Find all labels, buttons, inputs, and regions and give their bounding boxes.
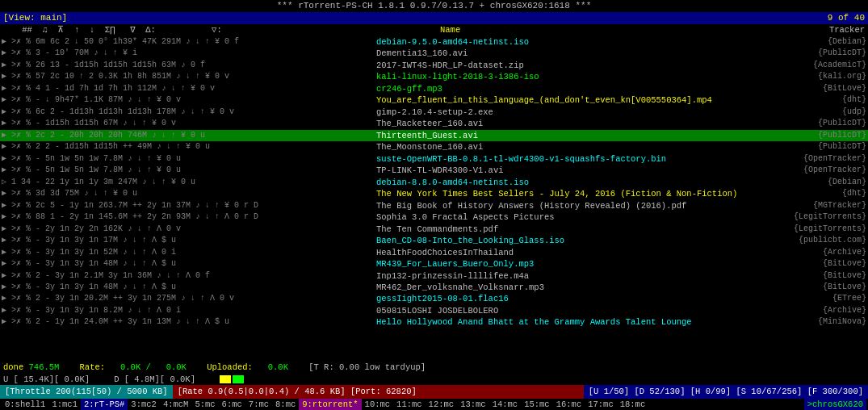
tab-mc10[interactable]: 10:mc — [362, 399, 394, 410]
row-tracker: {ETree} — [771, 293, 868, 304]
column-header: ## ♫ ⊼ ↑ ↓ Σ∏ ∇ Δ: ▽: Name Tracker — [0, 24, 868, 36]
row-name: kali-linux-light-2018-3-i386-iso — [373, 71, 771, 82]
row-tracker: {BitLove} — [771, 258, 868, 270]
table-row[interactable]: ▶ >✗ % - 1d15h 1d15h 67M ♪ ↓ ↑ ¥ 0 v The… — [0, 118, 868, 129]
row-flags: ▶ >✗ % 2c 5 - 1y 1n 263.7M ++ 2y 1n 37M … — [0, 200, 373, 211]
tab-mc12[interactable]: 12:mc — [426, 399, 458, 410]
table-row[interactable]: ▶ >✗ % 4 1 - 1d 7h 1d 7h 1h 112M ♪ ↓ ↑ ¥… — [0, 83, 868, 94]
table-row[interactable]: ▶ >✗ % - 5n 1w 5n 1w 7.8M ♪ ↓ ↑ ¥ 0 u TP… — [0, 165, 868, 176]
row-tracker: {dht} — [771, 188, 868, 199]
row-name: MR439_For_Lauers_Buero_Only.mp3 — [373, 258, 771, 270]
bar-green — [233, 375, 244, 383]
table-row[interactable]: ▶ >✗ % 2 - 3y 1n 2.1M 3y 1n 36M ♪ ↓ ↑ Λ … — [0, 270, 868, 282]
row-tracker: {MiniNova} — [771, 316, 868, 328]
table-row[interactable]: ▶ >✗ % 2 - 3y 1n 20.2M ++ 3y 1n 275M ♪ ↓… — [0, 293, 868, 304]
uploaded-label: Uploaded: — [207, 362, 253, 372]
upload-stats: [U 1/50] [D 52/130] [H 0/99] [S 10/67/25… — [584, 385, 868, 398]
row-tracker: {PublicDT} — [771, 141, 868, 153]
table-row[interactable]: ▶ >✗ % 26 13 - 1d15h 1d15h 1d15h 63M ♪ 0… — [0, 60, 868, 71]
tab-mc8[interactable]: 8:mc — [272, 399, 299, 410]
table-row[interactable]: ▶ >✗ % 88 1 - 2y 1n 145.6M ++ 2y 2n 93M … — [0, 211, 868, 223]
table-row[interactable]: ▶ >✗ % - 3y 1n 3y 1n 48M ♪ ↓ ↑ Λ $ u MR4… — [0, 282, 868, 293]
done-info: done 746.5M Rate: 0.0K / 0.0K Uploaded: … — [3, 362, 426, 373]
tab-mc7[interactable]: 7:mc — [245, 399, 272, 410]
row-name: debian-8.8.0-amd64-netinst.iso — [373, 177, 771, 188]
table-row[interactable]: ▶ >✗ % 2c 5 - 1y 1n 263.7M ++ 2y 1n 37M … — [0, 200, 868, 211]
table-row[interactable]: ▶ >✗ % - 3y 1n 3y 1n 52M ♪ ↓ ↑ Λ 0 i Hea… — [0, 247, 868, 258]
table-row[interactable]: ▶ >✗ % 3 - 10' 70M ♪ ↓ ↑ ¥ i Dementia13_… — [0, 48, 868, 59]
row-tracker: {Debian} — [771, 36, 868, 48]
table-row[interactable]: ▶ >✗ % - 3y 1n 3y 1n 48M ♪ ↓ ↑ Λ $ u MR4… — [0, 258, 868, 270]
row-flags: ▶ >✗ % 26 13 - 1d15h 1d15h 1d15h 63M ♪ 0… — [0, 60, 373, 71]
table-row[interactable]: ▶ >✗ % 57 2c 10 ↑ 2 0.3K 1h 8h 851M ♪ ↓ … — [0, 71, 868, 82]
row-name: Dementia13_160.avi — [373, 48, 771, 59]
tab-mc17[interactable]: 17:mc — [585, 399, 617, 410]
row-flags: ▶ >✗ % 4 1 - 1d 7h 1d 7h 1h 112M ♪ ↓ ↑ ¥… — [0, 83, 373, 94]
row-flags: ▶ >✗ % - 1d15h 1d15h 67M ♪ ↓ ↑ ¥ 0 v — [0, 118, 373, 129]
row-tracker: {udp} — [771, 107, 868, 118]
tab-shell1[interactable]: 0:shell1 — [2, 399, 48, 410]
tab-mcM[interactable]: 4:mcM — [160, 399, 192, 410]
table-row[interactable]: ▶ >✗ % 3d 3d 75M ♪ ↓ ↑ ¥ 0 u The New Yor… — [0, 188, 868, 199]
tab-mc13[interactable]: 13:mc — [457, 399, 489, 410]
row-name: The Ten Commandments.pdf — [373, 224, 771, 235]
row-tracker: {BitLove} — [771, 83, 868, 94]
row-name: TP-LINK-TL-WDR4300-V1.avi — [373, 165, 771, 176]
tab-rtorrent[interactable]: 9:rtorrent* — [299, 399, 361, 410]
view-label: [View: main] — [3, 12, 67, 24]
tab-rt-ps[interactable]: 2:rT-PS# — [81, 399, 128, 410]
row-flags: ▶ >✗ % 57 2c 10 ↑ 2 0.3K 1h 8h 851M ♪ ↓ … — [0, 71, 373, 82]
tab-mc15[interactable]: 15:mc — [521, 399, 553, 410]
row-flags: ▶ >✗ % 3d 3d 75M ♪ ↓ ↑ ¥ 0 u — [0, 188, 373, 199]
table-row[interactable]: ▶ >✗ % 6m 6c 2 ↓ 50 0° 1h39* 47K 291M ♪ … — [0, 36, 868, 48]
row-flags: ▶ >✗ % - 3y 1n 3y 1n 52M ♪ ↓ ↑ Λ 0 i — [0, 247, 373, 258]
row-name: gimp-2.10.4-setup-2.exe — [373, 107, 771, 118]
table-row[interactable]: ▶ >✗ % - 5n 1w 5n 1w 7.8M ♪ ↓ ↑ ¥ 0 u su… — [0, 153, 868, 165]
row-flags: ▶ >✗ % 2 - 3y 1n 20.2M ++ 3y 1n 275M ♪ ↓… — [0, 293, 373, 304]
u-label: U [ 15.4K][ 0.0K] — [3, 374, 90, 385]
table-row[interactable]: ▶ >✗ % - ↓ 9h47* 1.1K 87M ♪ ↓ ↑ ¥ 0 v Yo… — [0, 94, 868, 106]
row-flags: ▶ >✗ % 88 1 - 2y 1n 145.6M ++ 2y 2n 93M … — [0, 211, 373, 223]
status-row: done 746.5M Rate: 0.0K / 0.0K Uploaded: … — [0, 362, 868, 373]
table-row[interactable]: ▶ >✗ % - 3y 1n 3y 1n 17M ♪ ↓ ↑ Λ $ u Bae… — [0, 235, 868, 246]
row-tracker: {Archive} — [771, 247, 868, 258]
row-name: gessIight2015-08-01.flac16 — [373, 293, 771, 304]
row-flags: ▷ 1 34 - 22 1y 1n 1y 3m 247M ♪ ↓ ↑ ¥ 0 u — [0, 177, 373, 188]
tab-chros[interactable]: >chrosGX620 — [804, 399, 866, 410]
row-flags: ▶ >✗ % - 5n 1w 5n 1w 7.8M ♪ ↓ ↑ ¥ 0 u — [0, 165, 373, 176]
tab-mc1[interactable]: 1:mc1 — [48, 399, 81, 410]
row-flags: ▶ >✗ % 3 - 10' 70M ♪ ↓ ↑ ¥ i — [0, 48, 373, 59]
table-row[interactable]: ▷ 1 34 - 22 1y 1n 1y 3m 247M ♪ ↓ ↑ ¥ 0 u… — [0, 177, 868, 188]
tab-bar: 0:shell1 1:mc1 2:rT-PS# 3:mc2 4:mcM 5:mc… — [0, 399, 868, 410]
tab-mc14[interactable]: 14:mc — [489, 399, 522, 410]
tab-mc16[interactable]: 16:mc — [553, 399, 585, 410]
table-row[interactable]: ▶ >✗ % 2 - 1y 1n 24.0M ++ 3y 1n 13M ♪ ↓ … — [0, 316, 868, 328]
tab-mc2[interactable]: 3:mc2 — [128, 399, 160, 410]
table-row[interactable]: ▶ >✗ % 6c 2 - 1d13h 1d13h 1d13h 178M ♪ ↓… — [0, 107, 868, 118]
row-name: cr246-gff.mp3 — [373, 83, 771, 94]
row-tracker: {PublicDT} — [771, 118, 868, 129]
row-name: The_Racketeer_160.avi — [373, 118, 771, 129]
row-name: Thirteenth_Guest.avi — [373, 130, 771, 141]
table-row[interactable]: ▶ >✗ % 2c 2 - 20h 20h 20h 746M ♪ ↓ ↑ ¥ 0… — [0, 130, 868, 141]
row-flags: ▶ >✗ % 2 - 1y 1n 24.0M ++ 3y 1n 13M ♪ ↓ … — [0, 316, 373, 328]
tab-mc11[interactable]: 11:mc — [393, 399, 426, 410]
row-tracker: {PublicDT} — [771, 130, 868, 141]
row-tracker: {LegitTorrents} — [771, 224, 868, 235]
tab-mc6[interactable]: 6:mc — [219, 399, 245, 410]
table-row[interactable]: ▶ >✗ % - 3y 1n 3y 1n 8.2M ♪ ↓ ↑ Λ 0 i 05… — [0, 305, 868, 316]
torrent-list: ▶ >✗ % 6m 6c 2 ↓ 50 0° 1h39* 47K 291M ♪ … — [0, 36, 868, 362]
extra-info: [T R: 0.00 low tardyup] — [308, 362, 426, 372]
row-name: suste-OpenWRT-BB-0.8.1-tl-wdr4300-v1-squ… — [373, 153, 771, 165]
tab-mc18[interactable]: 18:mc — [617, 399, 649, 410]
col-header-name: Name — [389, 24, 769, 36]
table-row[interactable]: ▶ >✗ % 2 2 - 1d15h 1d15h ++ 49M ♪ ↓ ↑ ¥ … — [0, 141, 868, 153]
tab-mc5[interactable]: 5:mc — [191, 399, 218, 410]
row-name: You_are_fluent_in_this_language_(and_don… — [373, 94, 771, 106]
row-flags: ▶ >✗ % 6c 2 - 1d13h 1d13h 1d13h 178M ♪ ↓… — [0, 107, 373, 118]
table-row[interactable]: ▶ >✗ % - 2y 1n 2y 2n 162K ♪ ↓ ↑ Λ 0 v Th… — [0, 224, 868, 235]
row-tracker: {LegitTorrents} — [771, 211, 868, 223]
row-tracker: {Archive} — [771, 305, 868, 316]
view-bar: [View: main] 9 of 40 — [0, 12, 868, 24]
rate-label: Rate: — [80, 362, 106, 372]
